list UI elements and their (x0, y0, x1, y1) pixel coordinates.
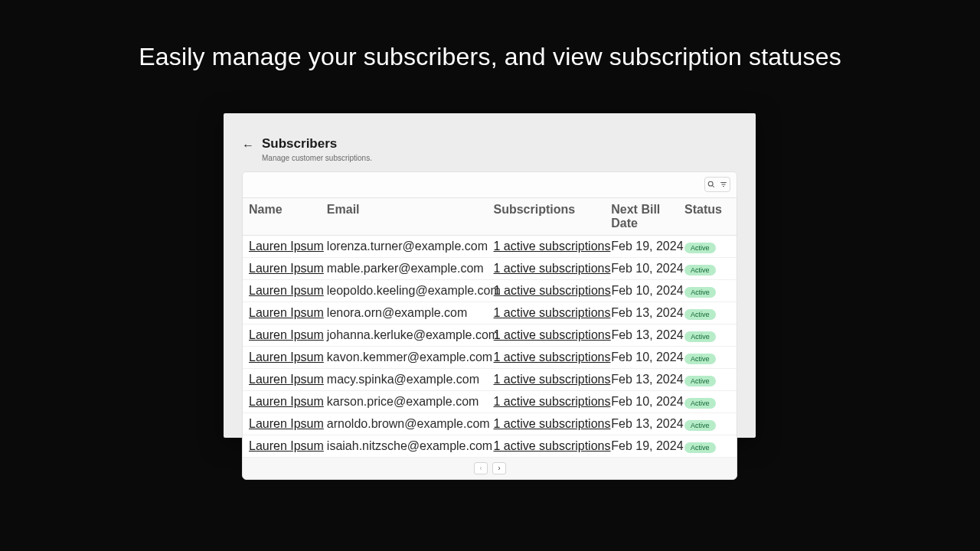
subscriber-link[interactable]: Lauren Ipsum (249, 417, 324, 430)
table-row: Lauren Ipsumkarson.price@example.com1 ac… (243, 391, 737, 413)
subscriber-email: isaiah.nitzsche@example.com (327, 439, 494, 453)
status-badge: Active (684, 376, 716, 386)
filter-icon[interactable] (717, 178, 730, 191)
toolbar (243, 172, 737, 198)
col-header-status[interactable]: Status (684, 203, 730, 230)
subscription-link[interactable]: 1 active subscriptions (494, 262, 611, 275)
subscriber-link[interactable]: Lauren Ipsum (249, 350, 324, 364)
subscriber-email: leopoldo.keeling@example.com (327, 284, 494, 298)
table-row: Lauren Ipsumisaiah.nitzsche@example.com1… (243, 435, 737, 458)
subscriber-link[interactable]: Lauren Ipsum (249, 262, 324, 275)
subscribers-card: Name Email Subscriptions Next Bill Date … (242, 171, 737, 480)
next-bill-date: Feb 13, 2024 (611, 306, 684, 320)
next-bill-date: Feb 13, 2024 (611, 328, 684, 342)
subscription-link[interactable]: 1 active subscriptions (494, 373, 611, 386)
subscription-link[interactable]: 1 active subscriptions (494, 240, 611, 253)
subscriber-link[interactable]: Lauren Ipsum (249, 306, 324, 319)
table-row: Lauren Ipsummacy.spinka@example.com1 act… (243, 369, 737, 391)
svg-line-1 (712, 185, 714, 187)
col-header-name[interactable]: Name (249, 203, 327, 230)
subscriber-email: mable.parker@example.com (327, 262, 494, 276)
col-header-subs[interactable]: Subscriptions (494, 203, 612, 230)
subscribers-window: ← Subscribers Manage customer subscripti… (224, 113, 756, 438)
table-row: Lauren Ipsummable.parker@example.com1 ac… (243, 258, 737, 280)
subscriber-email: lenora.orn@example.com (327, 306, 494, 320)
search-icon[interactable] (705, 178, 717, 191)
subscriber-link[interactable]: Lauren Ipsum (249, 284, 324, 297)
status-badge: Active (684, 420, 716, 431)
status-badge: Active (684, 331, 716, 342)
subscription-link[interactable]: 1 active subscriptions (494, 417, 611, 430)
next-page-button[interactable] (492, 462, 506, 474)
next-bill-date: Feb 13, 2024 (611, 373, 684, 386)
next-bill-date: Feb 10, 2024 (611, 350, 684, 364)
subscriber-email: kavon.kemmer@example.com (327, 350, 494, 364)
col-header-email[interactable]: Email (327, 203, 494, 230)
svg-point-0 (708, 181, 713, 186)
subscriber-email: macy.spinka@example.com (327, 373, 494, 386)
subscription-link[interactable]: 1 active subscriptions (494, 395, 611, 408)
next-bill-date: Feb 13, 2024 (611, 417, 684, 431)
subscriber-link[interactable]: Lauren Ipsum (249, 395, 324, 408)
subscription-link[interactable]: 1 active subscriptions (494, 284, 611, 297)
status-badge: Active (684, 309, 716, 320)
subscriber-email: lorenza.turner@example.com (327, 240, 494, 253)
table-row: Lauren Ipsumkavon.kemmer@example.com1 ac… (243, 347, 737, 369)
subscription-link[interactable]: 1 active subscriptions (494, 439, 611, 452)
subscriber-email: arnoldo.brown@example.com (327, 417, 494, 431)
subscription-link[interactable]: 1 active subscriptions (494, 350, 611, 364)
table-row: Lauren Ipsumlorenza.turner@example.com1 … (243, 236, 737, 258)
next-bill-date: Feb 10, 2024 (611, 284, 684, 298)
table-row: Lauren Ipsumarnoldo.brown@example.com1 a… (243, 413, 737, 435)
subscriber-link[interactable]: Lauren Ipsum (249, 240, 324, 253)
next-bill-date: Feb 19, 2024 (611, 240, 684, 253)
status-badge: Active (684, 442, 716, 453)
pagination (243, 458, 737, 479)
status-badge: Active (684, 398, 716, 409)
subscriber-link[interactable]: Lauren Ipsum (249, 373, 324, 386)
next-bill-date: Feb 10, 2024 (611, 395, 684, 409)
subscriber-link[interactable]: Lauren Ipsum (249, 328, 324, 341)
status-badge: Active (684, 265, 716, 276)
subscriber-email: karson.price@example.com (327, 395, 494, 409)
prev-page-button[interactable] (474, 462, 488, 474)
page-title: Subscribers (262, 136, 372, 152)
status-badge: Active (684, 287, 716, 298)
subscriber-link[interactable]: Lauren Ipsum (249, 439, 324, 452)
next-bill-date: Feb 10, 2024 (611, 262, 684, 276)
table-row: Lauren Ipsumjohanna.kerluke@example.com1… (243, 324, 737, 347)
status-badge: Active (684, 354, 716, 364)
status-badge: Active (684, 243, 716, 253)
table-row: Lauren Ipsumleopoldo.keeling@example.com… (243, 280, 737, 302)
subscription-link[interactable]: 1 active subscriptions (494, 306, 611, 319)
col-header-date[interactable]: Next Bill Date (611, 203, 684, 230)
subscription-link[interactable]: 1 active subscriptions (494, 328, 611, 341)
page-header: ← Subscribers Manage customer subscripti… (224, 113, 756, 171)
back-arrow-icon[interactable]: ← (242, 136, 254, 154)
next-bill-date: Feb 19, 2024 (611, 439, 684, 453)
hero-heading: Easily manage your subscribers, and view… (0, 0, 980, 71)
subscriber-email: johanna.kerluke@example.com (327, 328, 494, 342)
table-row: Lauren Ipsumlenora.orn@example.com1 acti… (243, 302, 737, 324)
table-body: Lauren Ipsumlorenza.turner@example.com1 … (243, 236, 737, 458)
table-header: Name Email Subscriptions Next Bill Date … (243, 198, 737, 236)
page-subtitle: Manage customer subscriptions. (262, 154, 372, 162)
